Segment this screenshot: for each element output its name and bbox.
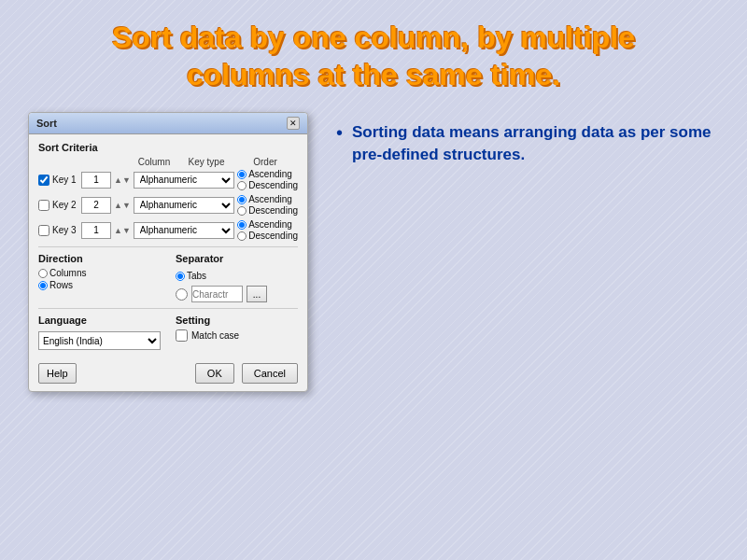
direction-block: Direction Columns Rows (38, 253, 161, 302)
dialog-body: Sort Criteria Column Key type Order Key … (29, 134, 307, 357)
language-label: Language (38, 315, 161, 326)
key2-spinner[interactable] (81, 197, 111, 214)
key3-order-radios: Ascending Descending (237, 219, 298, 241)
key2-type-select[interactable]: Alphanumeric (134, 197, 234, 214)
help-button[interactable]: Help (38, 363, 77, 384)
match-case-checkbox[interactable]: Match case (176, 329, 298, 342)
key3-type-select[interactable]: Alphanumeric (134, 222, 234, 239)
key-row-3: Key 3 ▲▼ Alphanumeric Ascending Descendi… (38, 219, 298, 241)
bullet-text-1: Sorting data means arranging data as per… (352, 121, 719, 166)
key2-asc-radio[interactable]: Ascending (237, 194, 298, 204)
setting-block: Setting Match case (176, 315, 298, 350)
content-area: Sort ✕ Sort Criteria Column Key type Ord… (28, 112, 719, 392)
title-line2: columns at the same time. (187, 58, 560, 91)
separator-char-radio[interactable] (176, 288, 188, 301)
key3-checkbox[interactable] (38, 225, 49, 236)
separator-char-input[interactable] (191, 286, 243, 302)
dialog-footer: Help OK Cancel (29, 357, 307, 391)
separator-tabs-radio[interactable]: Tabs (176, 271, 298, 281)
divider-1 (38, 246, 298, 247)
divider-2 (38, 308, 298, 309)
setting-label: Setting (176, 315, 298, 326)
direction-rows-radio[interactable]: Rows (38, 280, 161, 290)
key2-spinner-arrows: ▲▼ (114, 201, 131, 210)
col-header-order: Order (233, 157, 298, 167)
direction-columns-radio[interactable]: Columns (38, 268, 161, 278)
col-header-keytype: Key type (180, 157, 233, 167)
column-headers: Column Key type Order (38, 157, 298, 167)
key1-label: Key 1 (52, 175, 78, 185)
dialog-titlebar: Sort ✕ (29, 113, 307, 134)
key3-spinner-arrows: ▲▼ (114, 226, 131, 235)
key1-spinner-arrows: ▲▼ (114, 175, 131, 185)
sort-dialog: Sort ✕ Sort Criteria Column Key type Ord… (28, 112, 308, 392)
key2-checkbox[interactable] (38, 200, 49, 211)
language-block: Language English (India) (38, 315, 161, 350)
separator-block: Separator Tabs ... (176, 253, 298, 302)
key3-label: Key 3 (52, 225, 78, 235)
key1-desc-radio[interactable]: Descending (237, 180, 298, 190)
key1-spinner[interactable] (81, 172, 111, 189)
match-case-label: Match case (191, 330, 239, 341)
direction-separator-row: Direction Columns Rows Separator Tabs (38, 253, 298, 302)
language-select[interactable]: English (India) (38, 331, 161, 350)
bullet-dot-1: • (336, 123, 343, 142)
key-row-1: Key 1 ▲▼ Alphanumeric Ascending Descendi… (38, 169, 298, 190)
dialog-close-button[interactable]: ✕ (287, 117, 300, 130)
direction-label: Direction (38, 253, 161, 264)
key1-checkbox[interactable] (38, 175, 49, 186)
ok-button[interactable]: OK (195, 363, 234, 384)
dialog-title: Sort (36, 118, 57, 129)
key3-spinner[interactable] (81, 222, 111, 239)
sort-criteria-label: Sort Criteria (38, 142, 298, 153)
cancel-button[interactable]: Cancel (242, 363, 298, 384)
key3-asc-radio[interactable]: Ascending (237, 219, 298, 230)
separator-browse-btn[interactable]: ... (247, 286, 267, 302)
separator-label: Separator (176, 253, 298, 264)
col-header-column: Column (128, 157, 180, 167)
key2-desc-radio[interactable]: Descending (237, 205, 298, 216)
key2-label: Key 2 (52, 200, 78, 210)
slide: Sort data by one column, by multiple col… (0, 0, 747, 560)
separator-char-row: ... (176, 286, 298, 302)
key2-order-radios: Ascending Descending (237, 194, 298, 216)
key3-desc-radio[interactable]: Descending (237, 231, 298, 241)
key1-order-radios: Ascending Descending (237, 169, 298, 190)
bullet-section: • Sorting data means arranging data as p… (327, 112, 719, 174)
title-line1: Sort data by one column, by multiple (112, 21, 635, 54)
slide-title: Sort data by one column, by multiple col… (28, 19, 719, 93)
language-setting-row: Language English (India) Setting Match c… (38, 315, 298, 350)
key1-asc-radio[interactable]: Ascending (237, 169, 298, 179)
bullet-item-1: • Sorting data means arranging data as p… (336, 121, 719, 166)
key-row-2: Key 2 ▲▼ Alphanumeric Ascending Descendi… (38, 194, 298, 216)
key1-type-select[interactable]: Alphanumeric (134, 172, 234, 189)
